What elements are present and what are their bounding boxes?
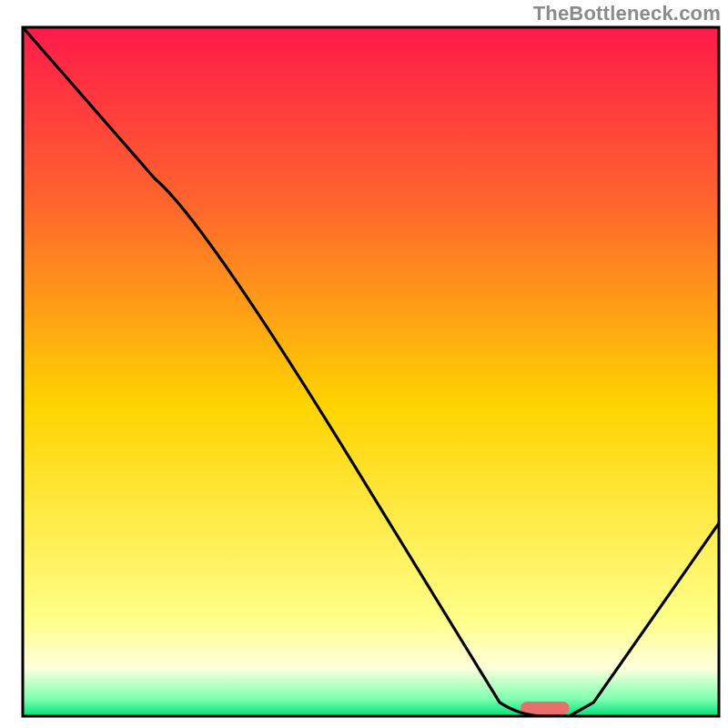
gradient-background [23, 27, 719, 716]
bottleneck-chart [0, 0, 728, 728]
marker-pill [521, 702, 570, 714]
watermark-text: TheBottleneck.com [533, 2, 721, 25]
